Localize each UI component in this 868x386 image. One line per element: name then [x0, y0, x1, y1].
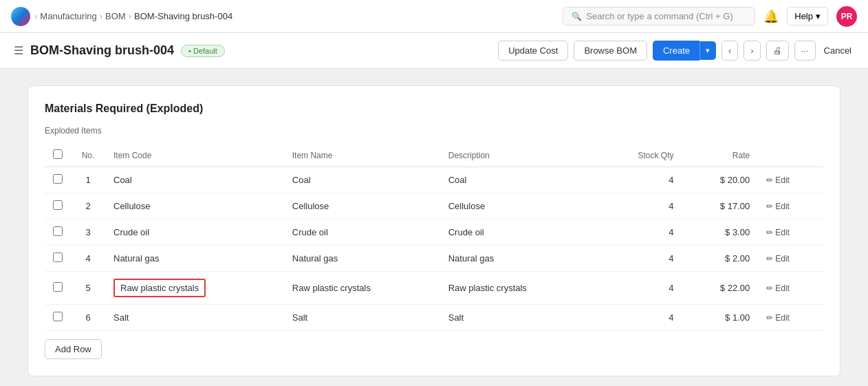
table-row: 2 Cellulose Cellulose Cellulose 4 $ 17.0… [45, 193, 823, 219]
row-description: Crude oil [440, 219, 596, 246]
row-checkbox-2[interactable] [53, 226, 63, 236]
row-checkbox-1[interactable] [53, 200, 63, 210]
header-stock-qty: Stock Qty [596, 144, 682, 167]
row-description: Raw plastic crystals [440, 272, 596, 305]
notification-bell-button[interactable]: 🔔 [763, 9, 779, 24]
table-row: 3 Crude oil Crude oil Crude oil 4 $ 3.00… [45, 219, 823, 246]
help-label: Help [794, 11, 813, 21]
row-stock-qty: 4 [596, 305, 682, 331]
item-code-text: Salt [113, 312, 129, 323]
row-item-code: Crude oil [105, 219, 284, 246]
app-logo[interactable] [11, 7, 30, 26]
edit-pencil-icon: ✏ [766, 313, 773, 323]
row-checkbox-5[interactable] [53, 312, 63, 321]
edit-button-4[interactable]: ✏ Edit [766, 283, 815, 293]
help-chevron-icon: ▾ [816, 11, 821, 21]
next-button[interactable]: › [744, 41, 760, 61]
page-title: BOM-Shaving brush-004 [30, 43, 174, 58]
row-stock-qty: 4 [596, 272, 682, 305]
more-options-button[interactable]: ··· [794, 41, 816, 61]
row-number: 2 [71, 193, 105, 219]
row-item-name: Cellulose [284, 193, 440, 219]
header-description: Description [440, 144, 596, 167]
header-no: No. [71, 144, 105, 167]
row-item-name: Natural gas [284, 246, 440, 272]
row-checkbox-cell [45, 246, 71, 272]
print-button[interactable]: 🖨 [766, 41, 789, 61]
row-description: Coal [440, 167, 596, 193]
row-checkbox-cell [45, 305, 71, 331]
row-edit-cell: ✏ Edit [758, 193, 823, 219]
row-rate: $ 22.00 [682, 272, 759, 305]
update-cost-button[interactable]: Update Cost [498, 41, 568, 61]
browse-bom-button[interactable]: Browse BOM [574, 41, 647, 61]
item-code-text: Cellulose [113, 201, 150, 211]
row-number: 3 [71, 219, 105, 246]
sidebar-toggle-button[interactable]: ☰ [14, 44, 23, 57]
row-rate: $ 3.00 [682, 219, 759, 246]
edit-label: Edit [775, 202, 790, 211]
default-badge: • Default [181, 45, 225, 57]
edit-button-2[interactable]: ✏ Edit [766, 228, 815, 237]
exploded-items-table: No. Item Code Item Name Description Stoc… [45, 144, 823, 331]
row-edit-cell: ✏ Edit [758, 305, 823, 331]
row-checkbox-0[interactable] [53, 174, 63, 184]
top-nav: › Manufacturing › BOM › BOM-Shaving brus… [0, 0, 868, 33]
edit-pencil-icon: ✏ [766, 175, 773, 185]
row-checkbox-cell [45, 272, 71, 305]
add-row-button[interactable]: Add Row [45, 339, 102, 359]
breadcrumb-sep-2: › [129, 11, 131, 21]
edit-pencil-icon: ✏ [766, 283, 773, 293]
row-item-code: Salt [105, 305, 284, 331]
create-dropdown-button[interactable]: ▾ [699, 41, 716, 60]
materials-card: Materials Required (Exploded) Exploded I… [28, 85, 840, 376]
row-checkbox-cell [45, 193, 71, 219]
create-button[interactable]: Create [653, 41, 699, 61]
row-edit-cell: ✏ Edit [758, 246, 823, 272]
item-code-text: Coal [113, 175, 132, 185]
avatar[interactable]: PR [836, 6, 857, 27]
edit-pencil-icon: ✏ [766, 254, 773, 264]
breadcrumb-manufacturing[interactable]: Manufacturing [40, 11, 96, 21]
row-number: 6 [71, 305, 105, 331]
row-number: 4 [71, 246, 105, 272]
row-rate: $ 20.00 [682, 167, 759, 193]
create-button-group: Create ▾ [653, 41, 716, 61]
help-button[interactable]: Help ▾ [787, 7, 828, 25]
edit-label: Edit [775, 228, 790, 237]
table-row: 4 Natural gas Natural gas Natural gas 4 … [45, 246, 823, 272]
row-checkbox-4[interactable] [53, 282, 63, 292]
edit-button-5[interactable]: ✏ Edit [766, 313, 815, 323]
cancel-button[interactable]: Cancel [821, 41, 854, 60]
row-edit-cell: ✏ Edit [758, 219, 823, 246]
search-bar[interactable]: 🔍 Search or type a command (Ctrl + G) [563, 7, 755, 25]
prev-button[interactable]: ‹ [721, 41, 738, 61]
row-item-name: Coal [284, 167, 440, 193]
header-item-code: Item Code [105, 144, 284, 167]
header-checkbox-col [45, 144, 71, 167]
select-all-checkbox[interactable] [53, 149, 63, 159]
row-checkbox-cell [45, 167, 71, 193]
table-row: 6 Salt Salt Salt 4 $ 1.00 ✏ Edit [45, 305, 823, 331]
breadcrumb-bom[interactable]: BOM [105, 11, 126, 21]
nav-left: › Manufacturing › BOM › BOM-Shaving brus… [11, 7, 232, 26]
row-item-name: Salt [284, 305, 440, 331]
nav-right: 🔍 Search or type a command (Ctrl + G) 🔔 … [563, 6, 857, 27]
row-edit-cell: ✏ Edit [758, 167, 823, 193]
row-item-code: Natural gas [105, 246, 284, 272]
table-row: 5 Raw plastic crystals Raw plastic cryst… [45, 272, 823, 305]
row-checkbox-3[interactable] [53, 253, 63, 262]
row-description: Cellulose [440, 193, 596, 219]
edit-pencil-icon: ✏ [766, 202, 773, 211]
breadcrumb-sep-0: › [34, 11, 37, 21]
edit-label: Edit [775, 313, 790, 323]
row-rate: $ 2.00 [682, 246, 759, 272]
header-rate: Rate [682, 144, 759, 167]
edit-button-0[interactable]: ✏ Edit [766, 175, 815, 185]
edit-label: Edit [775, 254, 790, 264]
row-number: 1 [71, 167, 105, 193]
highlighted-item-code: Raw plastic crystals [113, 279, 206, 297]
edit-button-1[interactable]: ✏ Edit [766, 202, 815, 211]
breadcrumb-sep-1: › [100, 11, 102, 21]
edit-button-3[interactable]: ✏ Edit [766, 254, 815, 264]
